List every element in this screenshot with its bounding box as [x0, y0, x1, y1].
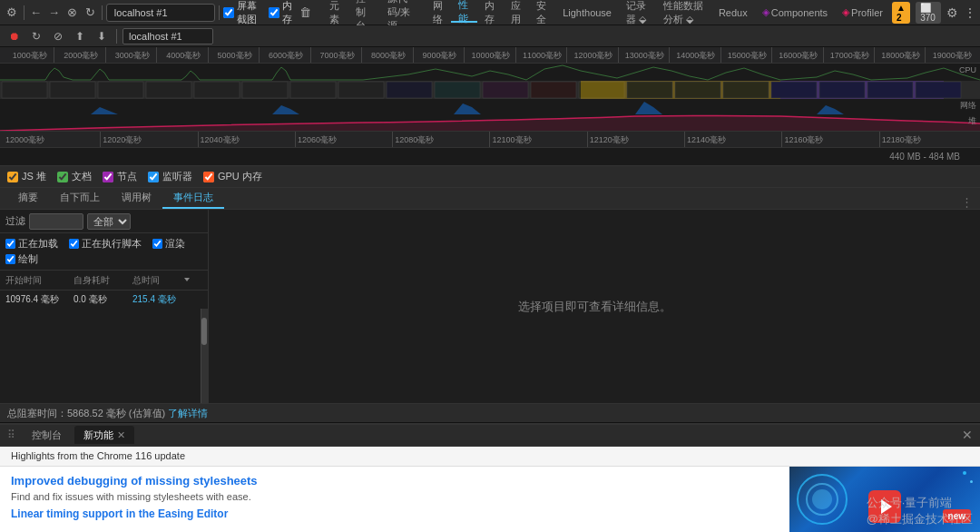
- tab-components[interactable]: ◈ Components: [755, 3, 835, 23]
- tab-console[interactable]: 控制台: [348, 3, 380, 23]
- tab-event-log[interactable]: 事件日志: [162, 188, 224, 209]
- perf-chart: [0, 64, 980, 132]
- refresh-record-btn[interactable]: ↻: [27, 27, 45, 45]
- tab-perf-insights[interactable]: 性能数据分析 ⬙: [656, 3, 710, 23]
- tab-redux[interactable]: Redux: [711, 3, 755, 23]
- upload-btn[interactable]: ⬆: [71, 27, 89, 45]
- checkbox-row: JS 堆 文档 节点 监听器 GPU 内存: [0, 166, 980, 188]
- learn-more-link[interactable]: 了解详情: [168, 407, 208, 420]
- svg-rect-11: [435, 82, 480, 98]
- nav-forward-btn[interactable]: →: [46, 3, 63, 23]
- svg-rect-16: [627, 82, 672, 98]
- nodes-check[interactable]: 节点: [103, 170, 137, 183]
- filter-select[interactable]: 全部: [87, 213, 131, 230]
- panel-tabs-row: 摘要 自下而上 调用树 事件日志 ⋮: [0, 188, 980, 210]
- download-btn[interactable]: ⬇: [93, 27, 111, 45]
- scroll-thumb[interactable]: [201, 318, 207, 345]
- new-badge: new: [943, 509, 971, 523]
- tab-performance[interactable]: 性能: [451, 3, 477, 23]
- scripting-check[interactable]: 正在执行脚本: [69, 237, 142, 251]
- ruler-7: 8000毫秒: [361, 47, 412, 64]
- cpu-label: CPU: [959, 65, 976, 74]
- total-time-bar: 总阻塞时间：5868.52 毫秒 (估算值) 了解详情: [0, 403, 980, 423]
- record-btn[interactable]: ⏺: [5, 27, 24, 45]
- toolbar-sep: [116, 29, 117, 44]
- painting-check[interactable]: 绘制: [5, 252, 38, 266]
- nav-back-btn[interactable]: ←: [28, 3, 44, 23]
- console-drag-handle[interactable]: ⠿: [7, 429, 15, 441]
- ruler-18: 19000毫秒: [925, 47, 975, 64]
- listeners-check[interactable]: 监听器: [148, 170, 192, 183]
- empty-state-text: 选择项目即可查看详细信息。: [518, 299, 671, 315]
- app-container: ⚙ ← → ⊗ ↻ 屏幕截图 内存 🗑 元素 控制台 源代码/来源 网络 性能 …: [0, 0, 980, 532]
- chart-area[interactable]: CPU 网络 堆: [0, 64, 980, 132]
- url-input[interactable]: [106, 4, 215, 22]
- console-tab-whatsnew[interactable]: 新功能 ✕: [74, 426, 134, 444]
- svg-rect-7: [242, 82, 288, 98]
- js-heap-check[interactable]: JS 堆: [7, 170, 46, 183]
- ruler-12: 13000毫秒: [618, 47, 669, 64]
- tab-elements[interactable]: 元素: [322, 3, 348, 23]
- tab-recorder[interactable]: 记录器 ⬙: [619, 3, 656, 23]
- s-ruler-5: 12100毫秒: [489, 132, 586, 148]
- svg-rect-8: [290, 82, 336, 98]
- filter-input[interactable]: [29, 213, 83, 230]
- screenshot-checkbox[interactable]: 屏幕截图: [223, 0, 267, 26]
- nav-refresh-btn[interactable]: ↻: [82, 3, 98, 23]
- tab-sources[interactable]: 源代码/来源: [380, 3, 426, 23]
- memory-checkbox[interactable]: 内存: [269, 0, 296, 26]
- tab-memory[interactable]: 内存: [477, 3, 504, 23]
- components-icon: ◈: [762, 6, 769, 18]
- ruler-13: 14000毫秒: [669, 47, 720, 64]
- tab-network[interactable]: 网络: [426, 3, 452, 23]
- tab-summary[interactable]: 摘要: [7, 188, 49, 209]
- left-panel: 过滤 全部 正在加载 正在执行脚本: [0, 210, 209, 403]
- table-row[interactable]: 10976.4 毫秒 0.0 毫秒 215.4 毫秒: [0, 291, 208, 309]
- tab-security[interactable]: 安全: [529, 3, 555, 23]
- ruler-3: 4000毫秒: [156, 47, 207, 64]
- table-header: 开始时间 自身耗时 总时间: [0, 271, 208, 291]
- tab-profiler[interactable]: ◈ Profiler: [835, 3, 890, 23]
- play-button[interactable]: [868, 490, 901, 523]
- trash-icon[interactable]: 🗑: [298, 3, 314, 23]
- console-tab-console[interactable]: 控制台: [23, 426, 71, 444]
- total-time-label: 总阻塞时间：5868.52 毫秒 (估算值): [7, 407, 165, 420]
- svg-rect-23: [916, 82, 961, 98]
- tab-call-tree[interactable]: 调用树: [111, 188, 162, 209]
- whats-new-link[interactable]: Linear timing support in the Easing Edit…: [11, 507, 779, 520]
- video-thumbnail[interactable]: new: [789, 467, 980, 532]
- nav-stop-btn[interactable]: ⊗: [64, 3, 80, 23]
- filter-cb-row-2: 绘制: [5, 252, 202, 266]
- nav-right: ▲ 2 ⬜ 370 ⚙ ⋮: [892, 2, 976, 24]
- more-btn[interactable]: ⋮: [964, 5, 976, 20]
- svg-rect-10: [387, 82, 432, 98]
- circle-inner: [812, 489, 832, 509]
- col-activity: [182, 275, 202, 286]
- table-body: [0, 309, 208, 403]
- ruler-6: 7000毫秒: [310, 47, 361, 64]
- mem-chart-label: 堆: [968, 115, 976, 127]
- svg-rect-6: [194, 82, 240, 98]
- more-tabs-btn[interactable]: ⋮: [954, 195, 980, 209]
- s-ruler-2: 12040毫秒: [198, 132, 295, 148]
- whats-new-body: Improved debugging of missing stylesheet…: [0, 467, 980, 532]
- dot-1: [963, 471, 966, 475]
- devtools-icon[interactable]: ⚙: [4, 3, 20, 23]
- console-panel-close-btn[interactable]: ✕: [962, 428, 973, 442]
- col-start: 开始时间: [5, 274, 74, 287]
- host-input[interactable]: [122, 28, 213, 44]
- tab-application[interactable]: 应用: [504, 3, 530, 23]
- scrollbar[interactable]: [201, 309, 208, 403]
- console-tabs: ⠿ 控制台 新功能 ✕ ✕: [0, 425, 980, 447]
- tab-lighthouse[interactable]: Lighthouse: [555, 3, 619, 23]
- clear-btn[interactable]: ⊘: [49, 27, 67, 45]
- gpu-memory-check[interactable]: GPU 内存: [203, 170, 262, 183]
- documents-check[interactable]: 文档: [57, 170, 92, 183]
- loading-check[interactable]: 正在加载: [5, 237, 58, 251]
- rendering-check[interactable]: 渲染: [152, 237, 185, 251]
- tab-bottom-up[interactable]: 自下而上: [49, 188, 111, 209]
- whatsnew-close-icon[interactable]: ✕: [117, 429, 125, 441]
- settings-btn[interactable]: ⚙: [946, 5, 958, 20]
- s-ruler-6: 12120毫秒: [587, 132, 684, 148]
- svg-rect-21: [819, 82, 865, 98]
